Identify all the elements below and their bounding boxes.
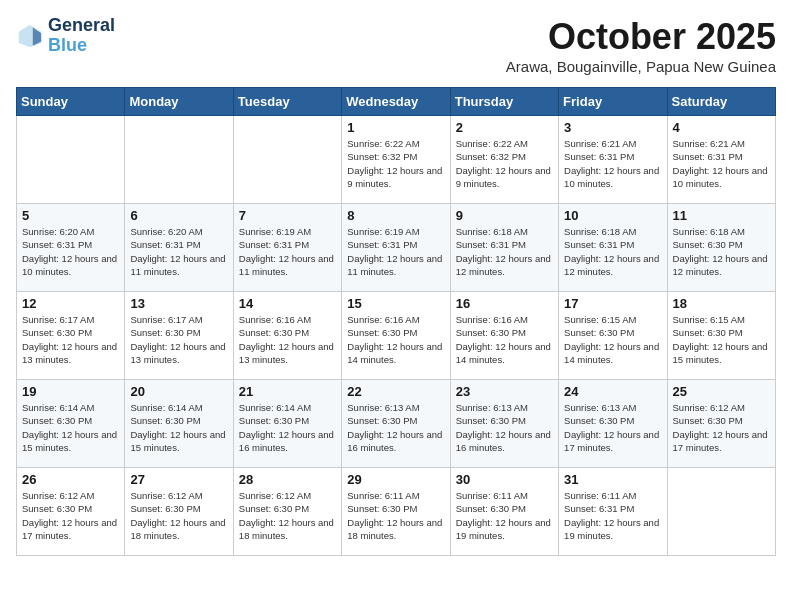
calendar-week-row: 19Sunrise: 6:14 AMSunset: 6:30 PMDayligh… bbox=[17, 380, 776, 468]
day-number: 30 bbox=[456, 472, 553, 487]
weekday-header-cell: Wednesday bbox=[342, 88, 450, 116]
calendar-day-cell bbox=[667, 468, 775, 556]
weekday-header-row: SundayMondayTuesdayWednesdayThursdayFrid… bbox=[17, 88, 776, 116]
calendar-body: 1Sunrise: 6:22 AMSunset: 6:32 PMDaylight… bbox=[17, 116, 776, 556]
calendar-day-cell: 6Sunrise: 6:20 AMSunset: 6:31 PMDaylight… bbox=[125, 204, 233, 292]
calendar-day-cell: 4Sunrise: 6:21 AMSunset: 6:31 PMDaylight… bbox=[667, 116, 775, 204]
day-info: Sunrise: 6:17 AMSunset: 6:30 PMDaylight:… bbox=[130, 313, 227, 366]
day-info: Sunrise: 6:20 AMSunset: 6:31 PMDaylight:… bbox=[130, 225, 227, 278]
day-number: 21 bbox=[239, 384, 336, 399]
calendar-day-cell: 22Sunrise: 6:13 AMSunset: 6:30 PMDayligh… bbox=[342, 380, 450, 468]
day-info: Sunrise: 6:16 AMSunset: 6:30 PMDaylight:… bbox=[347, 313, 444, 366]
day-info: Sunrise: 6:21 AMSunset: 6:31 PMDaylight:… bbox=[673, 137, 770, 190]
day-number: 9 bbox=[456, 208, 553, 223]
day-number: 3 bbox=[564, 120, 661, 135]
day-number: 8 bbox=[347, 208, 444, 223]
day-number: 16 bbox=[456, 296, 553, 311]
calendar-day-cell: 14Sunrise: 6:16 AMSunset: 6:30 PMDayligh… bbox=[233, 292, 341, 380]
calendar-day-cell bbox=[17, 116, 125, 204]
calendar-week-row: 12Sunrise: 6:17 AMSunset: 6:30 PMDayligh… bbox=[17, 292, 776, 380]
calendar-day-cell: 16Sunrise: 6:16 AMSunset: 6:30 PMDayligh… bbox=[450, 292, 558, 380]
calendar-day-cell: 19Sunrise: 6:14 AMSunset: 6:30 PMDayligh… bbox=[17, 380, 125, 468]
day-number: 12 bbox=[22, 296, 119, 311]
day-info: Sunrise: 6:14 AMSunset: 6:30 PMDaylight:… bbox=[239, 401, 336, 454]
calendar-day-cell: 9Sunrise: 6:18 AMSunset: 6:31 PMDaylight… bbox=[450, 204, 558, 292]
weekday-header-cell: Saturday bbox=[667, 88, 775, 116]
calendar-day-cell: 11Sunrise: 6:18 AMSunset: 6:30 PMDayligh… bbox=[667, 204, 775, 292]
day-number: 5 bbox=[22, 208, 119, 223]
calendar-day-cell: 3Sunrise: 6:21 AMSunset: 6:31 PMDaylight… bbox=[559, 116, 667, 204]
calendar-day-cell: 20Sunrise: 6:14 AMSunset: 6:30 PMDayligh… bbox=[125, 380, 233, 468]
calendar-day-cell: 27Sunrise: 6:12 AMSunset: 6:30 PMDayligh… bbox=[125, 468, 233, 556]
day-info: Sunrise: 6:22 AMSunset: 6:32 PMDaylight:… bbox=[456, 137, 553, 190]
calendar-week-row: 5Sunrise: 6:20 AMSunset: 6:31 PMDaylight… bbox=[17, 204, 776, 292]
day-number: 26 bbox=[22, 472, 119, 487]
day-info: Sunrise: 6:15 AMSunset: 6:30 PMDaylight:… bbox=[673, 313, 770, 366]
calendar-day-cell: 13Sunrise: 6:17 AMSunset: 6:30 PMDayligh… bbox=[125, 292, 233, 380]
logo-line1: General bbox=[48, 16, 115, 36]
day-info: Sunrise: 6:12 AMSunset: 6:30 PMDaylight:… bbox=[673, 401, 770, 454]
calendar-day-cell: 30Sunrise: 6:11 AMSunset: 6:30 PMDayligh… bbox=[450, 468, 558, 556]
day-number: 17 bbox=[564, 296, 661, 311]
page-header: General Blue October 2025 Arawa, Bougain… bbox=[16, 16, 776, 75]
calendar-day-cell: 8Sunrise: 6:19 AMSunset: 6:31 PMDaylight… bbox=[342, 204, 450, 292]
calendar-day-cell: 7Sunrise: 6:19 AMSunset: 6:31 PMDaylight… bbox=[233, 204, 341, 292]
day-number: 19 bbox=[22, 384, 119, 399]
day-info: Sunrise: 6:11 AMSunset: 6:30 PMDaylight:… bbox=[456, 489, 553, 542]
day-number: 31 bbox=[564, 472, 661, 487]
day-number: 10 bbox=[564, 208, 661, 223]
day-info: Sunrise: 6:11 AMSunset: 6:31 PMDaylight:… bbox=[564, 489, 661, 542]
calendar-day-cell: 28Sunrise: 6:12 AMSunset: 6:30 PMDayligh… bbox=[233, 468, 341, 556]
calendar-day-cell: 21Sunrise: 6:14 AMSunset: 6:30 PMDayligh… bbox=[233, 380, 341, 468]
day-number: 6 bbox=[130, 208, 227, 223]
day-number: 18 bbox=[673, 296, 770, 311]
day-info: Sunrise: 6:14 AMSunset: 6:30 PMDaylight:… bbox=[130, 401, 227, 454]
day-info: Sunrise: 6:14 AMSunset: 6:30 PMDaylight:… bbox=[22, 401, 119, 454]
calendar-day-cell: 17Sunrise: 6:15 AMSunset: 6:30 PMDayligh… bbox=[559, 292, 667, 380]
location-subtitle: Arawa, Bougainville, Papua New Guinea bbox=[506, 58, 776, 75]
calendar-table: SundayMondayTuesdayWednesdayThursdayFrid… bbox=[16, 87, 776, 556]
logo: General Blue bbox=[16, 16, 115, 56]
month-title: October 2025 bbox=[506, 16, 776, 58]
logo-text: General Blue bbox=[48, 16, 115, 56]
day-info: Sunrise: 6:12 AMSunset: 6:30 PMDaylight:… bbox=[130, 489, 227, 542]
day-number: 15 bbox=[347, 296, 444, 311]
day-number: 4 bbox=[673, 120, 770, 135]
calendar-week-row: 26Sunrise: 6:12 AMSunset: 6:30 PMDayligh… bbox=[17, 468, 776, 556]
day-number: 25 bbox=[673, 384, 770, 399]
day-info: Sunrise: 6:15 AMSunset: 6:30 PMDaylight:… bbox=[564, 313, 661, 366]
day-number: 20 bbox=[130, 384, 227, 399]
calendar-day-cell: 31Sunrise: 6:11 AMSunset: 6:31 PMDayligh… bbox=[559, 468, 667, 556]
logo-line2: Blue bbox=[48, 36, 115, 56]
day-info: Sunrise: 6:16 AMSunset: 6:30 PMDaylight:… bbox=[456, 313, 553, 366]
day-info: Sunrise: 6:21 AMSunset: 6:31 PMDaylight:… bbox=[564, 137, 661, 190]
calendar-day-cell: 23Sunrise: 6:13 AMSunset: 6:30 PMDayligh… bbox=[450, 380, 558, 468]
day-info: Sunrise: 6:13 AMSunset: 6:30 PMDaylight:… bbox=[456, 401, 553, 454]
day-info: Sunrise: 6:17 AMSunset: 6:30 PMDaylight:… bbox=[22, 313, 119, 366]
weekday-header-cell: Friday bbox=[559, 88, 667, 116]
day-number: 22 bbox=[347, 384, 444, 399]
calendar-day-cell bbox=[233, 116, 341, 204]
weekday-header-cell: Thursday bbox=[450, 88, 558, 116]
weekday-header-cell: Tuesday bbox=[233, 88, 341, 116]
day-info: Sunrise: 6:19 AMSunset: 6:31 PMDaylight:… bbox=[347, 225, 444, 278]
day-number: 29 bbox=[347, 472, 444, 487]
calendar-day-cell: 1Sunrise: 6:22 AMSunset: 6:32 PMDaylight… bbox=[342, 116, 450, 204]
day-info: Sunrise: 6:20 AMSunset: 6:31 PMDaylight:… bbox=[22, 225, 119, 278]
calendar-day-cell: 29Sunrise: 6:11 AMSunset: 6:30 PMDayligh… bbox=[342, 468, 450, 556]
calendar-day-cell: 2Sunrise: 6:22 AMSunset: 6:32 PMDaylight… bbox=[450, 116, 558, 204]
day-info: Sunrise: 6:11 AMSunset: 6:30 PMDaylight:… bbox=[347, 489, 444, 542]
day-number: 13 bbox=[130, 296, 227, 311]
calendar-day-cell: 26Sunrise: 6:12 AMSunset: 6:30 PMDayligh… bbox=[17, 468, 125, 556]
logo-icon bbox=[16, 22, 44, 50]
day-info: Sunrise: 6:18 AMSunset: 6:31 PMDaylight:… bbox=[564, 225, 661, 278]
calendar-day-cell: 12Sunrise: 6:17 AMSunset: 6:30 PMDayligh… bbox=[17, 292, 125, 380]
day-number: 24 bbox=[564, 384, 661, 399]
day-info: Sunrise: 6:12 AMSunset: 6:30 PMDaylight:… bbox=[22, 489, 119, 542]
day-info: Sunrise: 6:22 AMSunset: 6:32 PMDaylight:… bbox=[347, 137, 444, 190]
day-number: 28 bbox=[239, 472, 336, 487]
day-info: Sunrise: 6:13 AMSunset: 6:30 PMDaylight:… bbox=[564, 401, 661, 454]
weekday-header-cell: Sunday bbox=[17, 88, 125, 116]
calendar-day-cell bbox=[125, 116, 233, 204]
calendar-day-cell: 24Sunrise: 6:13 AMSunset: 6:30 PMDayligh… bbox=[559, 380, 667, 468]
